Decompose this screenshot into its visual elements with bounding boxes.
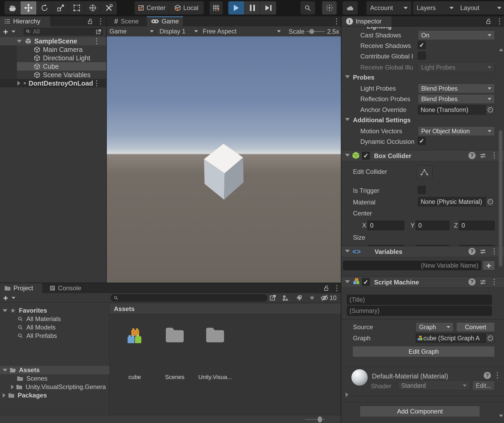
light-probes-dropdown[interactable]: Blend Probes	[418, 84, 495, 93]
lock-icon[interactable]	[485, 18, 492, 24]
pivot-local-button[interactable]: Local	[169, 1, 204, 14]
receive-shadows-checkbox[interactable]	[418, 41, 426, 49]
hierarchy-row-dontdestroy[interactable]: DontDestroyOnLoad	[0, 79, 106, 87]
search-by-label-icon[interactable]	[296, 294, 303, 301]
tree-row-visualscripting[interactable]: Unity.VisualScripting.Genera	[0, 383, 109, 391]
anchor-override-field[interactable]: None (Transform)	[418, 105, 495, 115]
create-object-caret-icon[interactable]	[12, 31, 15, 33]
scrollbar-down-icon[interactable]	[499, 415, 503, 417]
probes-foldout-icon[interactable]	[345, 75, 350, 78]
inspector-menu-icon[interactable]	[496, 18, 503, 25]
foldout-collapsed-icon[interactable]	[17, 81, 20, 86]
hand-tool-button[interactable]	[4, 1, 21, 14]
additional-foldout-icon[interactable]	[345, 118, 350, 121]
scale-slider-track[interactable]	[306, 31, 325, 32]
add-variable-button[interactable]	[483, 261, 495, 270]
custom-tools-button[interactable]	[101, 1, 117, 14]
hierarchy-search-field[interactable]	[24, 28, 103, 35]
layout-dropdown[interactable]: Layout	[457, 1, 504, 14]
tree-row-all-models[interactable]: All Models	[0, 323, 109, 332]
create-asset-button[interactable]	[3, 294, 8, 302]
motion-vectors-dropdown[interactable]: Per Object Motion	[418, 126, 495, 136]
component-menu-icon[interactable]	[491, 278, 498, 286]
tree-row-all-materials[interactable]: All Materials	[0, 315, 109, 323]
lock-icon[interactable]	[323, 285, 329, 291]
tab-hierarchy[interactable]: Hierarchy	[0, 16, 50, 26]
project-search-input[interactable]	[118, 294, 264, 302]
presets-icon[interactable]	[479, 279, 486, 286]
new-variable-name-input[interactable]	[343, 261, 481, 270]
lock-icon[interactable]	[87, 18, 93, 24]
tree-row-favorites[interactable]: Favorites	[0, 306, 109, 315]
presets-icon[interactable]	[479, 248, 486, 255]
material-foldout-icon[interactable]	[346, 392, 348, 397]
foldout-icon[interactable]	[3, 369, 7, 372]
scene-foldout-icon[interactable]	[17, 40, 22, 43]
account-dropdown[interactable]: Account	[366, 1, 411, 14]
tab-game[interactable]: Game	[147, 16, 183, 26]
inspector-scrollbar-thumb[interactable]	[499, 130, 502, 267]
component-menu-icon[interactable]	[491, 248, 498, 255]
transform-tool-button[interactable]	[85, 1, 101, 14]
pivot-center-button[interactable]: Center	[134, 1, 169, 14]
scale-tool-button[interactable]	[53, 1, 69, 14]
reflection-probes-dropdown[interactable]: Blend Probes	[418, 94, 495, 104]
script-machine-enabled-checkbox[interactable]	[362, 278, 370, 286]
tab-scene[interactable]: Scene	[110, 16, 143, 26]
thumbnail-size-slider-thumb[interactable]	[318, 416, 322, 422]
display-dropdown[interactable]: Display 1	[159, 26, 198, 36]
material-menu-icon[interactable]	[494, 372, 501, 379]
tab-inspector[interactable]: Inspector	[342, 16, 391, 26]
edit-graph-button[interactable]: Edit Graph	[352, 346, 495, 357]
object-picker-icon[interactable]	[486, 197, 495, 206]
shader-edit-button[interactable]: Edit...	[472, 381, 495, 390]
source-dropdown[interactable]: Graph	[416, 322, 454, 332]
tab-project[interactable]: Project	[0, 283, 42, 293]
hierarchy-search-input[interactable]	[32, 28, 93, 35]
grid-snap-button[interactable]	[210, 1, 223, 14]
layers-dropdown[interactable]: Layers	[413, 1, 457, 14]
hierarchy-row-selected[interactable]: Cube	[0, 62, 106, 71]
game-viewport[interactable]	[107, 36, 341, 283]
foldout-icon[interactable]	[3, 309, 7, 312]
hierarchy-menu-icon[interactable]	[97, 18, 104, 25]
center-y-input[interactable]	[416, 221, 449, 230]
scene-menu-icon[interactable]	[93, 37, 100, 45]
convert-button[interactable]: Convert	[456, 322, 495, 332]
rotate-tool-button[interactable]	[37, 1, 53, 14]
is-trigger-checkbox[interactable]	[418, 186, 426, 194]
foldout-collapsed-icon[interactable]	[11, 385, 14, 389]
aspect-dropdown[interactable]: Free Aspect	[203, 26, 281, 36]
pick-object-icon[interactable]	[96, 29, 101, 35]
presets-icon[interactable]	[479, 152, 486, 159]
graph-title-input[interactable]	[347, 295, 492, 305]
help-icon[interactable]	[468, 248, 476, 255]
cast-shadows-dropdown[interactable]: On	[418, 31, 495, 40]
tree-row-packages[interactable]: Packages	[0, 391, 109, 400]
contribute-gi-checkbox[interactable]	[418, 52, 426, 60]
tree-row-scenes[interactable]: Scenes	[0, 374, 109, 383]
tree-row-assets[interactable]: Assets	[0, 366, 109, 374]
hierarchy-row[interactable]: Scene Variables	[0, 71, 106, 79]
rect-tool-button[interactable]	[69, 1, 85, 14]
material-preview-sphere[interactable]	[351, 369, 368, 386]
help-icon[interactable]	[468, 152, 476, 159]
component-foldout-icon[interactable]	[345, 250, 350, 253]
tree-row-all-prefabs[interactable]: All Prefabs	[0, 332, 109, 340]
scale-slider-thumb[interactable]	[309, 29, 314, 34]
tab-console[interactable]: Console	[45, 283, 85, 293]
game-menu-icon[interactable]	[333, 18, 340, 25]
foldout-collapsed-icon[interactable]	[3, 393, 6, 398]
component-foldout-icon[interactable]	[345, 280, 350, 283]
center-x-input[interactable]	[367, 221, 404, 230]
object-picker-icon[interactable]	[486, 334, 495, 343]
create-asset-caret-icon[interactable]	[12, 297, 15, 299]
create-object-button[interactable]	[3, 27, 8, 36]
hierarchy-row[interactable]: Directional Light	[0, 54, 106, 62]
shader-dropdown[interactable]: Standard	[398, 381, 470, 390]
hierarchy-row-scene[interactable]: SampleScene	[0, 37, 106, 45]
edit-collider-button[interactable]	[416, 165, 433, 179]
progress-indicator-button[interactable]	[322, 1, 337, 14]
hierarchy-row[interactable]: Main Camera	[0, 45, 106, 54]
move-tool-button[interactable]	[21, 1, 37, 14]
